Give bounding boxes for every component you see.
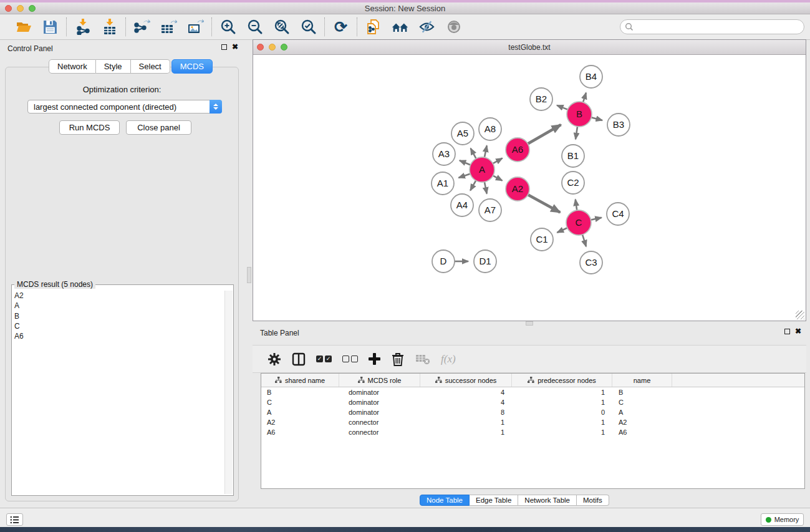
close-window-icon[interactable] [5,5,12,12]
zoom-selected-icon[interactable] [300,19,317,36]
tab-edge-table[interactable]: Edge Table [470,495,518,506]
maximize-window-icon[interactable] [29,5,36,12]
edge-B-B3[interactable] [590,117,602,120]
edge-A6-B[interactable] [527,125,561,145]
graph-node-A3[interactable]: A3 [433,143,455,165]
search-input[interactable] [620,19,804,34]
edge-A2-C[interactable] [527,194,560,212]
duplicate-network-icon[interactable] [365,19,382,36]
zoom-fit-icon[interactable] [273,19,290,36]
graph-node-A2[interactable]: A2 [506,177,529,201]
window-resize-grip[interactable] [796,311,804,319]
table-row[interactable]: A2connector11A2 [261,417,804,427]
graph-node-C[interactable]: C [566,210,591,235]
graph-node-C2[interactable]: C2 [562,172,584,194]
tab-motifs[interactable]: Motifs [577,495,609,506]
refresh-icon[interactable]: ⟳ [332,19,349,36]
add-column-icon[interactable] [369,351,380,367]
criterion-dropdown[interactable]: largest connected component (directed) [27,100,222,114]
result-item[interactable]: A6 [14,331,224,341]
graph-node-C4[interactable]: C4 [607,203,629,225]
edge-A-A5[interactable] [471,148,477,160]
tab-select[interactable]: Select [131,59,170,74]
tab-mcds[interactable]: MCDS [171,59,213,74]
tab-network-table[interactable]: Network Table [518,495,577,506]
edge-A-A1[interactable] [458,173,471,178]
edge-B-B1[interactable] [576,125,577,139]
float-table-panel-icon[interactable] [784,329,790,334]
result-item[interactable]: A [14,301,224,311]
column-browser-icon[interactable] [292,351,306,367]
result-scrollbar[interactable] [224,291,233,494]
edge-C-C1[interactable] [557,227,569,232]
edge-A-A8[interactable] [485,145,487,158]
table-row[interactable]: Bdominator41B [261,387,804,397]
show-graphics-icon[interactable] [445,19,462,36]
save-session-icon[interactable] [42,19,59,36]
column-header-shared-name[interactable]: shared name [261,374,339,387]
column-header-name[interactable]: name [612,374,672,387]
import-table-icon[interactable] [101,19,118,36]
graph-node-D1[interactable]: D1 [474,250,496,273]
graph-node-B3[interactable]: B3 [607,114,630,136]
edge-A-A6[interactable] [492,158,503,164]
tab-style[interactable]: Style [96,59,131,74]
minimize-window-icon[interactable] [17,5,24,12]
zoom-out-icon[interactable] [246,19,263,36]
open-file-icon[interactable] [15,19,32,36]
edge-C-C2[interactable] [576,200,577,211]
graph-node-A8[interactable]: A8 [479,118,501,140]
zoom-in-icon[interactable] [219,19,236,36]
first-neighbors-icon[interactable] [392,19,408,36]
tab-network[interactable]: Network [49,59,96,74]
graph-node-A[interactable]: A [470,157,494,182]
column-header-successor-nodes[interactable]: successor nodes [420,374,512,387]
edge-C-C3[interactable] [582,233,586,246]
task-history-button[interactable] [6,513,23,526]
select-all-columns-icon[interactable]: ✓✓ [316,351,332,367]
edge-A-A7[interactable] [485,181,487,194]
graph-node-B4[interactable]: B4 [580,65,602,88]
graph-node-C1[interactable]: C1 [531,228,553,251]
memory-button[interactable]: Memory [761,513,804,526]
edge-A-A4[interactable] [470,180,476,191]
import-network-icon[interactable] [74,19,91,36]
unselect-all-columns-icon[interactable] [342,351,358,367]
result-item[interactable]: C [14,321,224,331]
graph-node-B[interactable]: B [567,102,592,127]
close-panel-button[interactable]: Close panel [126,120,191,135]
float-panel-icon[interactable] [221,44,227,50]
graph-node-A6[interactable]: A6 [506,138,529,162]
run-mcds-button[interactable]: Run MCDS [59,120,120,135]
graph-node-A5[interactable]: A5 [451,122,474,145]
hide-graphics-icon[interactable] [418,19,435,36]
graph-node-A7[interactable]: A7 [479,199,501,221]
column-header-mcds-role[interactable]: MCDS role [339,374,420,387]
table-row[interactable]: Adominator80A [261,407,804,417]
table-row[interactable]: Cdominator41C [261,397,804,407]
graph-node-B2[interactable]: B2 [530,88,552,110]
graph-node-D[interactable]: D [432,250,455,273]
column-header-predecessor-nodes[interactable]: predecessor nodes [512,374,612,387]
export-network-icon[interactable] [133,19,150,36]
result-item[interactable]: A2 [14,291,224,301]
export-table-icon[interactable] [160,19,177,36]
delete-table-icon[interactable] [415,351,430,367]
close-table-panel-icon[interactable]: ✖ [795,328,801,334]
graph-node-A4[interactable]: A4 [451,194,473,216]
export-image-icon[interactable] [187,19,204,36]
graph-node-A1[interactable]: A1 [432,172,454,195]
vertical-splitter-handle[interactable] [247,267,251,283]
result-item[interactable]: B [14,311,224,321]
graph-node-B1[interactable]: B1 [562,145,584,167]
edge-A-A3[interactable] [460,160,471,165]
table-row[interactable]: A6connector11A6 [261,427,804,437]
close-panel-icon[interactable]: ✖ [232,44,238,50]
tab-node-table[interactable]: Node Table [420,495,470,506]
function-builder-icon[interactable]: f(x) [441,351,456,367]
network-canvas[interactable]: B4B2BB3A5A8A6A3B1AA1C2A2A4A7C4CC1C3DD1 [253,55,806,321]
graph-node-C3[interactable]: C3 [580,251,602,274]
edge-C-C4[interactable] [590,218,602,220]
table-options-gear-icon[interactable] [268,351,281,367]
edge-B-B2[interactable] [557,105,569,110]
